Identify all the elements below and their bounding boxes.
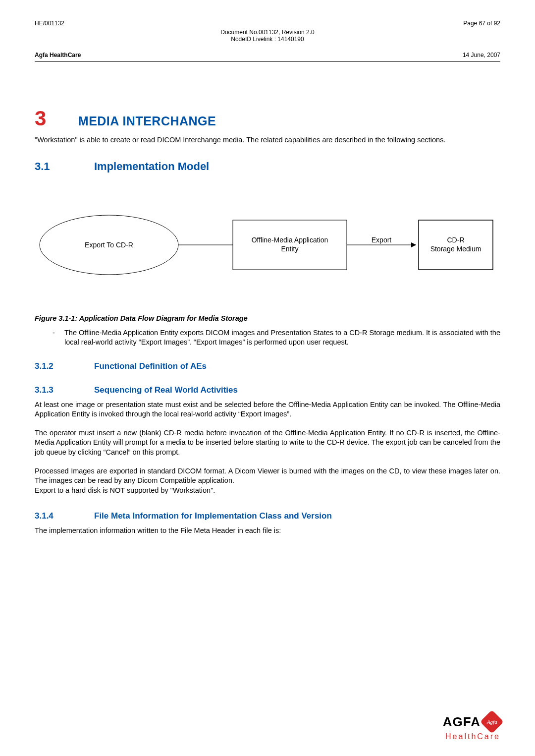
logo-diamond-icon: Agfa	[480, 710, 504, 734]
section-title: Functional Definition of AEs	[94, 361, 207, 371]
section-title: Implementation Model	[94, 160, 209, 173]
section-num: 3.1.4	[35, 511, 94, 521]
doc-id: HE/001132	[35, 20, 64, 27]
bullet-text: The Offline-Media Application Entity exp…	[64, 329, 500, 347]
chapter-intro: "Workstation" is able to create or read …	[35, 135, 500, 145]
diagram-edge-label: Export	[372, 236, 392, 244]
flow-diagram: Export To CD-R Offline-Media Application…	[35, 193, 500, 302]
svg-marker-4	[411, 242, 416, 247]
bullet-item: -The Offline-Media Application Entity ex…	[35, 328, 500, 348]
logo-subtext: HealthCare	[443, 732, 500, 741]
para-313-4: Export to a hard disk is NOT supported b…	[35, 486, 500, 496]
logo-diamond-text: Agfa	[487, 719, 497, 725]
figure-caption: Figure 3.1-1: Application Data Flow Diag…	[35, 314, 500, 322]
para-314-1: The implementation information written t…	[35, 526, 500, 536]
section-3-1-3-heading: 3.1.3Sequencing of Real World Activities	[35, 385, 500, 395]
header-divider	[35, 61, 500, 62]
diagram-node3-line1: CD-R	[447, 236, 465, 244]
section-3-1-2-heading: 3.1.2Functional Definition of AEs	[35, 361, 500, 371]
diagram-node2-line1: Offline-Media Application	[252, 236, 328, 244]
footer-logo: AGFA Agfa HealthCare	[443, 713, 500, 741]
doc-date: 14 June, 2007	[463, 52, 500, 58]
doc-no: Document No.001132, Revision 2.0	[35, 29, 500, 36]
para-313-1: At least one image or presentation state…	[35, 400, 500, 419]
chapter-number: 3	[35, 107, 46, 130]
company-name: Agfa HealthCare	[35, 52, 81, 58]
page-info: Page 67 of 92	[463, 20, 500, 27]
section-num: 3.1.2	[35, 361, 94, 371]
section-num: 3.1	[35, 160, 94, 173]
node-id: NodeID Livelink : 14140190	[35, 36, 500, 43]
para-313-3: Processed Images are exported in standar…	[35, 466, 500, 486]
section-title: Sequencing of Real World Activities	[94, 385, 238, 395]
diagram-node1-text: Export To CD-R	[85, 241, 133, 249]
diagram-node2-line2: Entity	[281, 245, 298, 253]
chapter-title: MEDIA INTERCHANGE	[78, 114, 216, 128]
diagram-node3-line2: Storage Medium	[430, 245, 482, 253]
section-num: 3.1.3	[35, 385, 94, 395]
section-title: File Meta Information for Implementation…	[94, 511, 332, 521]
section-3-1-4-heading: 3.1.4File Meta Information for Implement…	[35, 511, 500, 521]
section-3-1-heading: 3.1Implementation Model	[35, 160, 500, 173]
para-313-2: The operator must insert a new (blank) C…	[35, 428, 500, 458]
logo-brand-text: AGFA	[443, 714, 481, 730]
